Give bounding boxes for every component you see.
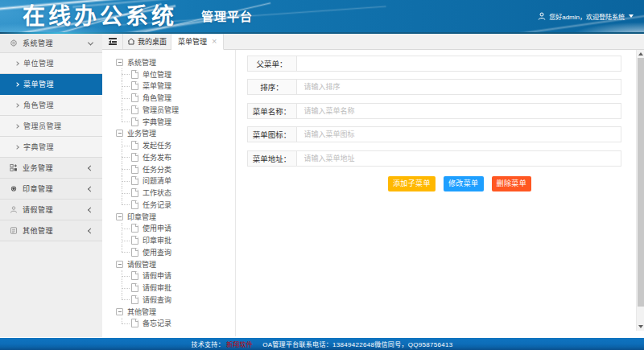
app-window: 在线办公系统 管理平台 您好admin，欢迎登陆系统 系统管理单位管理菜单管理角… (0, 0, 644, 350)
tree-collapse-icon[interactable] (116, 308, 123, 315)
tree-leaf-任务发布[interactable]: 任务发布 (102, 151, 235, 163)
sidebar-nav: 系统管理单位管理菜单管理角色管理管理员管理字典管理业务管理印章管理请假管理其他管… (0, 34, 102, 337)
scroll-down-arrow-icon[interactable] (638, 325, 643, 328)
add-submenu-button[interactable]: 添加子菜单 (388, 176, 436, 191)
sidebar-group-label: 请假管理 (23, 204, 53, 215)
delete-menu-button[interactable]: 删除菜单 (492, 176, 532, 191)
chevron-right-icon (14, 61, 19, 66)
user-menu[interactable]: 您好admin，欢迎登陆系统 (538, 0, 634, 32)
tree-leaf-字典管理[interactable]: 字典管理 (102, 116, 235, 128)
form-row-parent-menu: 父菜单： (247, 56, 637, 72)
tree-collapse-icon[interactable] (116, 130, 123, 137)
tree-connector-line (122, 294, 122, 299)
tree-leaf-label: 使用申请 (142, 223, 171, 233)
menu-icon-label: 菜单图标： (247, 126, 297, 142)
vertical-scrollbar[interactable] (636, 50, 644, 331)
menu-url-input[interactable] (296, 150, 621, 167)
document-icon (131, 105, 138, 114)
tree-leaf-label: 印章审批 (142, 235, 171, 245)
tree-leaf-请假审批[interactable]: 请假审批 (102, 282, 235, 294)
parent-menu-input[interactable] (296, 56, 621, 72)
tree-leaf-使用申请[interactable]: 使用申请 (102, 223, 235, 235)
tree-leaf-label: 工作状态 (142, 187, 171, 198)
sort-order-label: 排序： (247, 79, 297, 95)
sidebar-group-3[interactable]: 印章管理 (0, 179, 102, 200)
sidebar-group-label: 业务管理 (23, 163, 53, 173)
tree-leaf-工作状态[interactable]: 工作状态 (102, 187, 235, 199)
tree-node-系统管理[interactable]: 系统管理 (102, 56, 235, 68)
sort-order-input[interactable] (296, 79, 621, 95)
menu-tree-panel: 系统管理单位管理菜单管理角色管理管理员管理字典管理业务管理发起任务任务发布任务分… (102, 50, 236, 336)
close-icon[interactable]: × (212, 37, 217, 46)
tab-label: 我的桌面 (138, 36, 167, 47)
tree-node-label: 印章管理 (127, 212, 156, 222)
sidebar-group-1[interactable]: 系统管理 (0, 34, 102, 53)
scrollbar-thumb[interactable] (638, 58, 644, 307)
tree-leaf-备忘记录[interactable]: 备忘记录 (102, 318, 235, 330)
sidebar-item-角色管理[interactable]: 角色管理 (0, 95, 102, 116)
tree-leaf-label: 发起任务 (142, 140, 171, 150)
sidebar-group-5[interactable]: 其他管理 (0, 220, 102, 241)
tree-leaf-label: 请假查询 (142, 294, 171, 305)
tree-leaf-使用查询[interactable]: 使用查询 (102, 246, 235, 258)
sidebar-item-单位管理[interactable]: 单位管理 (0, 53, 102, 74)
menu-name-input[interactable] (296, 103, 621, 119)
tree-connector-line (122, 299, 130, 300)
tree-leaf-label: 请假申请 (142, 270, 171, 281)
tree-node-其他管理[interactable]: 其他管理 (102, 306, 235, 318)
sidebar-item-字典管理[interactable]: 字典管理 (0, 137, 102, 158)
scroll-up-arrow-icon[interactable] (638, 52, 643, 56)
tree-collapse-icon[interactable] (116, 213, 123, 220)
tree-leaf-发起任务[interactable]: 发起任务 (102, 139, 235, 151)
fold-bars-icon (109, 38, 117, 45)
footer-vendor: 新翔软件 (226, 340, 253, 348)
tree-leaf-印章审批[interactable]: 印章审批 (102, 234, 235, 246)
tree-connector-line (122, 276, 130, 277)
footer-contact: OA管理平台联系电话：13849422648微信同号，QQ958756413 (262, 340, 452, 348)
sidebar-item-菜单管理[interactable]: 菜单管理 (0, 74, 102, 95)
tree-connector-line (122, 116, 122, 121)
sidebar-group-2[interactable]: 业务管理 (0, 158, 102, 179)
tree-leaf-角色管理[interactable]: 角色管理 (102, 92, 235, 104)
tree-node-label: 业务管理 (127, 128, 156, 138)
parent-menu-label: 父菜单： (247, 56, 297, 72)
tree-node-业务管理[interactable]: 业务管理 (102, 128, 235, 140)
tree-node-请假管理[interactable]: 请假管理 (102, 258, 235, 270)
tree-collapse-icon[interactable] (116, 59, 123, 66)
sidebar-item-管理员管理[interactable]: 管理员管理 (0, 116, 102, 137)
tree-leaf-菜单管理[interactable]: 菜单管理 (102, 80, 235, 93)
chevron-down-icon (629, 14, 634, 18)
tree-leaf-问题清单[interactable]: 问题清单 (102, 175, 235, 187)
tab-我的桌面[interactable]: 我的桌面 (122, 34, 171, 49)
tree-leaf-label: 管理员管理 (142, 105, 179, 115)
tree-leaf-label: 任务分类 (142, 164, 171, 175)
document-icon (131, 271, 138, 280)
tree-leaf-任务记录[interactable]: 任务记录 (102, 199, 235, 211)
tree-leaf-请假申请[interactable]: 请假申请 (102, 270, 235, 282)
footer-bar: 技术支持：新翔软件OA管理平台联系电话：13849422648微信同号，QQ95… (0, 338, 644, 350)
document-icon (131, 236, 138, 245)
main-content: 系统管理单位管理菜单管理角色管理管理员管理字典管理业务管理发起任务任务发布任务分… (102, 50, 644, 336)
sidebar-item-label: 单位管理 (23, 58, 54, 68)
tree-node-label: 请假管理 (127, 259, 156, 270)
tree-leaf-任务分类[interactable]: 任务分类 (102, 163, 235, 175)
person-icon (10, 206, 18, 214)
tree-node-印章管理[interactable]: 印章管理 (102, 211, 235, 223)
tab-菜单管理[interactable]: 菜单管理× (171, 34, 224, 50)
sidebar-group-4[interactable]: 请假管理 (0, 200, 102, 220)
tree-leaf-label: 单位管理 (142, 69, 171, 80)
tree-collapse-icon[interactable] (116, 261, 123, 268)
document-icon (131, 248, 138, 257)
document-icon (131, 319, 138, 327)
menu-icon-input[interactable] (296, 126, 621, 142)
app-title: 在线办公系统 (23, 0, 177, 32)
chevron-right-icon (14, 124, 19, 129)
tree-leaf-管理员管理[interactable]: 管理员管理 (102, 104, 235, 116)
tree-connector-line (122, 109, 130, 110)
tree-connector-line (122, 98, 130, 99)
user-icon (538, 12, 546, 20)
tree-leaf-请假查询[interactable]: 请假查询 (102, 294, 235, 306)
tree-leaf-单位管理[interactable]: 单位管理 (102, 68, 235, 80)
sidebar-fold-icon[interactable] (102, 34, 122, 49)
edit-menu-button[interactable]: 修改菜单 (444, 176, 484, 191)
